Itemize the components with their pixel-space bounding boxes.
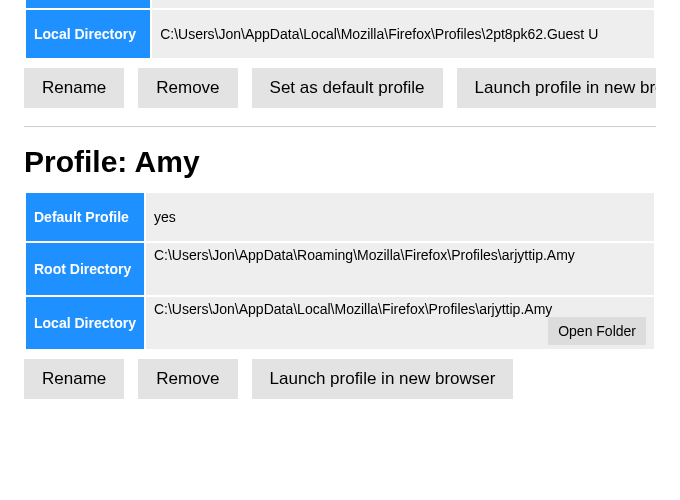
open-folder-button[interactable]: Open Folder — [548, 317, 646, 345]
table-row: Local Directory C:\Users\Jon\AppData\Loc… — [26, 10, 654, 58]
profile-table: Default Profile yes Root Directory C:\Us… — [24, 191, 656, 351]
launch-new-browser-button[interactable]: Launch profile in new browser — [252, 359, 514, 399]
profile-heading: Profile: Amy — [24, 145, 656, 179]
profile-heading-prefix: Profile: — [24, 145, 135, 178]
table-row: Root Directory C:\Users\Jon\AppData\Roam… — [26, 0, 654, 8]
profile-heading-name: Amy — [135, 145, 200, 178]
default-profile-value: yes — [146, 193, 654, 241]
root-directory-label: Root Directory — [26, 243, 144, 295]
launch-new-browser-button[interactable]: Launch profile in new browser — [457, 68, 656, 108]
local-directory-value: C:\Users\Jon\AppData\Local\Mozilla\Firef… — [154, 301, 552, 317]
profile-table: Root Directory C:\Users\Jon\AppData\Roam… — [24, 0, 656, 60]
remove-button[interactable]: Remove — [138, 68, 237, 108]
local-directory-label: Local Directory — [26, 10, 150, 58]
table-row: Local Directory C:\Users\Jon\AppData\Loc… — [26, 297, 654, 349]
profile-actions: Rename Remove Set as default profile Lau… — [24, 68, 656, 108]
table-row: Root Directory C:\Users\Jon\AppData\Roam… — [26, 243, 654, 295]
profile-actions: Rename Remove Launch profile in new brow… — [24, 359, 656, 399]
default-profile-label: Default Profile — [26, 193, 144, 241]
root-directory-label: Root Directory — [26, 0, 150, 8]
remove-button[interactable]: Remove — [138, 359, 237, 399]
rename-button[interactable]: Rename — [24, 68, 124, 108]
local-directory-value: C:\Users\Jon\AppData\Local\Mozilla\Firef… — [152, 10, 654, 58]
root-directory-value: C:\Users\Jon\AppData\Roaming\Mozilla\Fir… — [152, 0, 654, 8]
section-divider — [24, 126, 656, 127]
set-default-button[interactable]: Set as default profile — [252, 68, 443, 108]
rename-button[interactable]: Rename — [24, 359, 124, 399]
table-row: Default Profile yes — [26, 193, 654, 241]
local-directory-label: Local Directory — [26, 297, 144, 349]
root-directory-value: C:\Users\Jon\AppData\Roaming\Mozilla\Fir… — [154, 247, 575, 263]
